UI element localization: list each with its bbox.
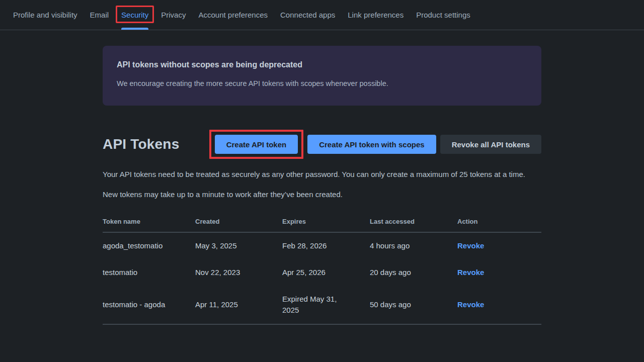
- api-token-actions: Create API token Create API token with s…: [209, 130, 541, 159]
- cell-expires: Apr 25, 2026: [282, 259, 370, 286]
- col-header-action: Action: [457, 218, 541, 232]
- create-api-token-with-scopes-button[interactable]: Create API token with scopes: [307, 135, 436, 154]
- active-tab-indicator: [121, 28, 148, 30]
- page-title: API Tokens: [103, 136, 179, 152]
- cell-token-name: testomatio: [103, 259, 195, 286]
- col-header-expires: Expires: [282, 218, 370, 232]
- settings-tabs: Profile and visibility Email Security Pr…: [0, 0, 644, 30]
- col-header-last-accessed: Last accessed: [370, 218, 457, 232]
- table-row: agoda_testomatio May 3, 2025 Feb 28, 202…: [103, 232, 541, 259]
- table-row: testomatio Nov 22, 2023 Apr 25, 2026 20 …: [103, 259, 541, 286]
- security-settings-content: API tokens without scopes are being depr…: [103, 46, 541, 325]
- tab-account-preferences[interactable]: Account preferences: [198, 0, 268, 30]
- revoke-link[interactable]: Revoke: [457, 268, 484, 277]
- cell-created: Apr 11, 2025: [195, 286, 282, 324]
- cell-expires-text: Expired May 31, 2025: [282, 294, 348, 316]
- cell-last-accessed: 20 days ago: [370, 259, 457, 286]
- banner-message: We encourage creating the more secure AP…: [117, 79, 527, 87]
- cell-last-accessed: 4 hours ago: [370, 232, 457, 259]
- api-tokens-header: API Tokens Create API token Create API t…: [103, 130, 541, 159]
- api-tokens-note: New tokens may take up to a minute to wo…: [103, 189, 528, 200]
- tab-product-settings[interactable]: Product settings: [416, 0, 470, 30]
- revoke-all-api-tokens-button[interactable]: Revoke all API tokens: [440, 135, 541, 154]
- tab-link-preferences[interactable]: Link preferences: [348, 0, 404, 30]
- tab-email[interactable]: Email: [90, 0, 109, 30]
- cell-last-accessed: 50 days ago: [370, 286, 457, 324]
- revoke-link[interactable]: Revoke: [457, 300, 484, 309]
- banner-title: API tokens without scopes are being depr…: [117, 60, 527, 69]
- cell-token-name: testomatio - agoda: [103, 286, 195, 324]
- revoke-link[interactable]: Revoke: [457, 241, 484, 250]
- cell-token-name: agoda_testomatio: [103, 232, 195, 259]
- api-tokens-table: Token name Created Expires Last accessed…: [103, 218, 541, 325]
- table-row: testomatio - agoda Apr 11, 2025 Expired …: [103, 286, 541, 324]
- cell-action: Revoke: [457, 286, 541, 324]
- api-tokens-description: Your API tokens need to be treated as se…: [103, 169, 528, 180]
- annotation-box-create-token: Create API token: [209, 130, 303, 159]
- tab-profile-and-visibility[interactable]: Profile and visibility: [13, 0, 77, 30]
- tab-security[interactable]: Security: [121, 0, 148, 30]
- col-header-created: Created: [195, 218, 282, 232]
- cell-action: Revoke: [457, 232, 541, 259]
- cell-action: Revoke: [457, 259, 541, 286]
- tab-privacy[interactable]: Privacy: [161, 0, 186, 30]
- cell-created: Nov 22, 2023: [195, 259, 282, 286]
- tab-connected-apps[interactable]: Connected apps: [280, 0, 335, 30]
- cell-expires: Feb 28, 2026: [282, 232, 370, 259]
- table-header-row: Token name Created Expires Last accessed…: [103, 218, 541, 232]
- create-api-token-button[interactable]: Create API token: [215, 135, 298, 154]
- cell-expires: Expired May 31, 2025: [282, 286, 370, 324]
- cell-created: May 3, 2025: [195, 232, 282, 259]
- col-header-token-name: Token name: [103, 218, 195, 232]
- deprecation-banner: API tokens without scopes are being depr…: [103, 46, 541, 106]
- tab-security-label: Security: [121, 11, 148, 19]
